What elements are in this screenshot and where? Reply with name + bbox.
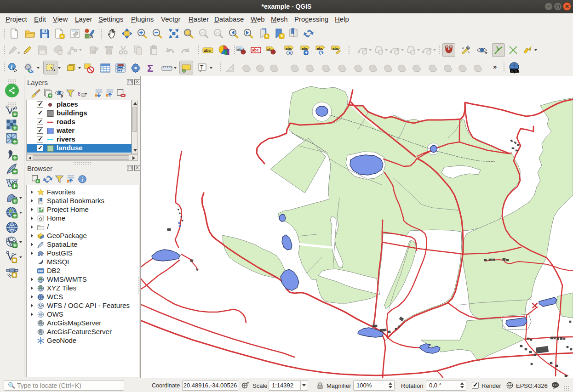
svg-text:abc: abc [286, 46, 292, 51]
svg-text:1:1: 1:1 [201, 31, 205, 34]
svg-text:abc: abc [317, 46, 323, 51]
svg-text:1:1: 1:1 [215, 31, 220, 34]
svg-text:Σ: Σ [147, 62, 153, 74]
svg-text:T: T [200, 64, 204, 71]
svg-text:ab: ab [267, 47, 271, 51]
svg-text:abc: abc [204, 48, 211, 53]
svg-text:ε: ε [78, 90, 81, 97]
svg-text:abc: abc [302, 46, 308, 51]
svg-text:abc: abc [252, 48, 259, 52]
svg-text:abc: abc [332, 46, 339, 51]
svg-text:DB2: DB2 [38, 270, 43, 273]
svg-text:ab: ab [237, 47, 241, 51]
svg-text:a: a [90, 34, 93, 39]
